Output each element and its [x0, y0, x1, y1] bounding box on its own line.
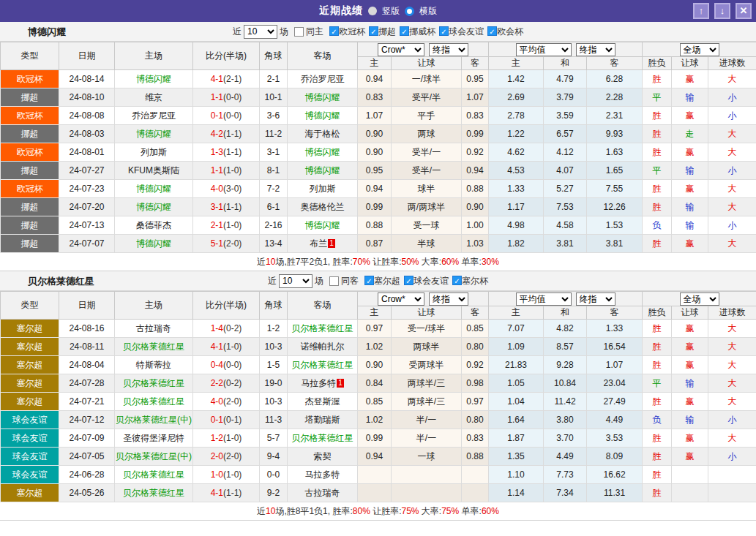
handicap-cell: 平手: [392, 107, 462, 125]
vertical-layout-radio[interactable]: [368, 7, 377, 15]
column-header: 日期: [59, 292, 115, 320]
league-filter-checkbox[interactable]: ✓: [364, 276, 374, 285]
team-label: 马拉多特: [301, 378, 336, 388]
summary-text: 大率:: [419, 257, 442, 267]
goals-result-cell: 大: [708, 235, 756, 253]
league-filter-checkbox[interactable]: ✓: [400, 26, 409, 36]
odds-company-select[interactable]: Crow*: [378, 43, 424, 56]
result-cell: 胜: [643, 235, 672, 253]
away-team-cell: 布兰1: [288, 235, 358, 253]
avg-home-cell: 1.22: [489, 125, 544, 143]
scope-select[interactable]: 全场: [680, 43, 719, 56]
match-row: 挪超24-07-20博德闪耀3-1(1-1)6-1奥德格伦兰0.99两/两球半0…: [1, 198, 756, 216]
recent-count-select[interactable]: 10: [244, 25, 277, 39]
team-name: 贝尔格莱德红星: [28, 271, 94, 291]
recent-count-select[interactable]: 10: [279, 274, 312, 288]
average-stage-select[interactable]: 终指: [576, 292, 615, 306]
match-row: 球会友谊24-07-09圣彼得堡泽尼特1-2(1-0)5-7贝尔格莱德红星0.9…: [1, 429, 756, 448]
avg-home-cell: 4.53: [489, 162, 544, 180]
move-down-button[interactable]: ↓: [714, 3, 730, 19]
league-filter-checkbox[interactable]: ✓: [369, 26, 378, 36]
column-subheader: 主: [489, 306, 544, 320]
handicap-result-cell: 赢: [672, 448, 708, 466]
score-cell: 0-1(0-1): [193, 411, 260, 429]
away-odds-cell: 1.03: [462, 235, 489, 253]
games-label: 场: [315, 275, 323, 287]
column-subheader: 和: [544, 57, 587, 70]
avg-draw-cell: 4.07: [544, 162, 587, 180]
team-section: 博德闪耀 近 10 场 同主 ✓欧冠杯✓挪超✓挪威杯✓球会友谊✓欧会杯 类型日期…: [0, 22, 756, 271]
team-label: 塔勤瑞斯: [305, 415, 340, 425]
league-filter-checkbox[interactable]: ✓: [439, 26, 449, 36]
home-team-cell: 乔治罗尼亚: [115, 107, 193, 125]
date-cell: 24-07-21: [59, 393, 115, 411]
home-team-cell: 博德闪耀: [115, 235, 193, 253]
avg-away-cell: 16.62: [587, 466, 643, 484]
league-filter-checkbox[interactable]: ✓: [329, 26, 339, 36]
horizontal-layout-radio[interactable]: [405, 7, 414, 16]
date-cell: 24-07-12: [59, 411, 115, 429]
average-select[interactable]: 平均值: [516, 292, 572, 306]
team-label: 博德闪耀: [136, 129, 171, 139]
team-label: 贝尔格莱德红星: [292, 360, 353, 370]
league-filter-checkbox[interactable]: ✓: [452, 276, 462, 285]
avg-home-cell: 1.64: [489, 411, 544, 429]
handicap-result-cell: 输: [672, 374, 708, 393]
handicap-cell: [392, 466, 462, 484]
score-cell: 3-1(1-1): [193, 198, 260, 216]
odds-stage-select[interactable]: 终指: [429, 292, 468, 306]
same-venue-checkbox[interactable]: [329, 276, 339, 286]
corner-cell: 9-2: [260, 484, 288, 502]
away-team-cell: 诺维帕扎尔: [288, 338, 358, 356]
home-team-cell: 贝尔格莱德红星: [115, 374, 193, 393]
odds-stage-select[interactable]: 终指: [429, 43, 468, 56]
move-up-button[interactable]: ↑: [693, 3, 709, 19]
average-group-header: 平均值终指: [489, 42, 643, 57]
away-team-cell: 马拉多特: [288, 466, 358, 484]
avg-home-cell: 1.05: [489, 374, 544, 393]
date-cell: 24-07-27: [59, 162, 115, 180]
summary-text: 让胜率:: [370, 506, 402, 516]
avg-home-cell: 2.69: [489, 88, 544, 107]
filter-bar: 贝尔格莱德红星 近 10 场 同客 ✓塞尔超✓球会友谊✓塞尔杯: [0, 271, 756, 291]
match-row: 挪超24-08-03博德闪耀4-2(1-1)11-2海于格松0.90两球0.99…: [1, 125, 756, 143]
red-card-badge: 1: [337, 379, 344, 388]
match-row: 球会友谊24-07-12贝尔格莱德红星(中)0-1(0-1)11-3塔勤瑞斯1.…: [1, 411, 756, 429]
close-button[interactable]: ✕: [736, 3, 752, 19]
summary-text: 让胜率:: [370, 257, 402, 267]
avg-home-cell: 21.83: [489, 356, 544, 374]
away-team-cell: 古拉瑞奇: [288, 484, 358, 502]
scope-select[interactable]: 全场: [680, 292, 719, 306]
away-odds-cell: 0.92: [462, 143, 489, 162]
avg-home-cell: 1.35: [489, 448, 544, 466]
avg-home-cell: 1.14: [489, 484, 544, 502]
away-team-cell: 博德闪耀: [288, 216, 358, 235]
result-cell: 胜: [643, 107, 672, 125]
score-cell: 2-1(1-0): [193, 216, 260, 235]
vertical-layout-label[interactable]: 竖版: [382, 5, 400, 18]
horizontal-layout-label[interactable]: 横版: [419, 5, 437, 18]
team-name: 博德闪耀: [28, 22, 66, 42]
team-label: 诺维帕扎尔: [301, 341, 345, 352]
avg-home-cell: 1.09: [489, 338, 544, 356]
handicap-result-cell: 输: [672, 162, 708, 180]
team-label: 列加斯: [310, 184, 336, 194]
result-cell: 负: [643, 411, 672, 429]
summary-text: 60%: [441, 257, 459, 267]
league-filter-checkbox[interactable]: ✓: [404, 276, 413, 285]
average-select[interactable]: 平均值: [516, 43, 572, 56]
handicap-result-cell: 赢: [672, 356, 708, 374]
avg-home-cell: 1.10: [489, 466, 544, 484]
same-venue-checkbox[interactable]: [294, 27, 304, 37]
goals-result-cell: 大: [708, 356, 756, 374]
league-filter-checkbox[interactable]: ✓: [487, 26, 497, 36]
date-cell: 24-07-09: [59, 429, 115, 448]
team-label: 博德闪耀: [305, 220, 340, 230]
odds-company-select[interactable]: Crow*: [378, 292, 424, 306]
average-stage-select[interactable]: 终指: [576, 43, 615, 56]
avg-away-cell: 6.28: [587, 70, 643, 88]
date-cell: 24-07-23: [59, 180, 115, 198]
summary-line: 近10场,胜7平2负1, 胜率:70% 让胜率:50% 大率:60% 单率:30…: [0, 253, 756, 271]
avg-away-cell: 12.26: [587, 198, 643, 216]
filter-bar: 博德闪耀 近 10 场 同主 ✓欧冠杯✓挪超✓挪威杯✓球会友谊✓欧会杯: [0, 22, 756, 42]
